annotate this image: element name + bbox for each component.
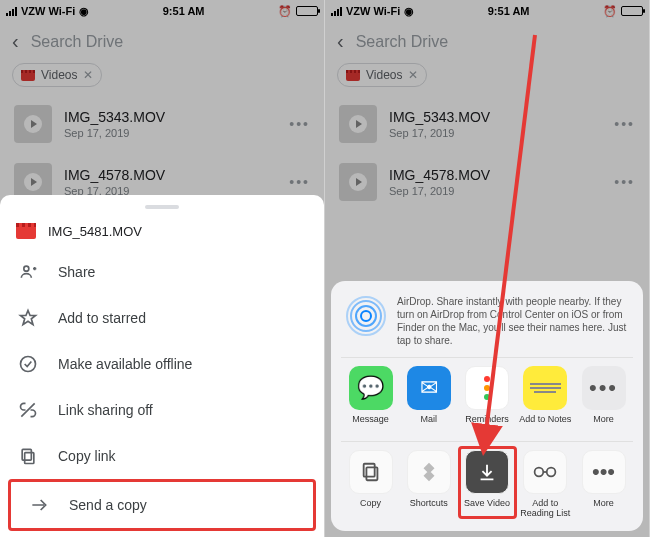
svg-point-4: [361, 311, 371, 321]
glasses-icon: [523, 450, 567, 494]
svg-rect-8: [366, 467, 377, 480]
airdrop-text: AirDrop. Share instantly with people nea…: [397, 295, 629, 347]
app-message[interactable]: 💬 Message: [343, 366, 398, 433]
link-off-icon: [18, 400, 38, 420]
action-shortcuts[interactable]: Shortcuts: [401, 450, 456, 517]
person-add-icon: [18, 262, 38, 282]
sheet-grabber[interactable]: [145, 205, 179, 209]
app-notes[interactable]: Add to Notes: [518, 366, 573, 433]
app-more[interactable]: ••• More: [576, 366, 631, 433]
send-icon: [29, 495, 49, 515]
bottom-sheet: IMG_5481.MOV Share Add to starred Make a…: [0, 195, 324, 537]
check-circle-icon: [18, 354, 38, 374]
svg-point-7: [347, 297, 385, 335]
action-star[interactable]: Add to starred: [0, 295, 324, 341]
action-link-off[interactable]: Link sharing off: [0, 387, 324, 433]
notes-icon: [523, 366, 567, 410]
action-offline[interactable]: Make available offline: [0, 341, 324, 387]
phone-right: VZW Wi-Fi ◉ 9:51 AM ⏰ ‹ Search Drive Vid…: [325, 0, 650, 537]
airdrop-icon[interactable]: [345, 295, 387, 337]
action-more[interactable]: ••• More: [576, 450, 631, 517]
phone-left: VZW Wi-Fi ◉ 9:51 AM ⏰ ‹ Search Drive Vid…: [0, 0, 325, 537]
action-send-copy[interactable]: Send a copy: [8, 479, 316, 531]
more-icon: •••: [582, 450, 626, 494]
svg-point-10: [535, 468, 544, 477]
svg-point-1: [21, 357, 36, 372]
action-share[interactable]: Share: [0, 249, 324, 295]
action-copy[interactable]: Copy: [343, 450, 398, 517]
svg-point-5: [356, 306, 376, 326]
svg-rect-3: [22, 449, 31, 460]
sheet-filename: IMG_5481.MOV: [48, 224, 142, 239]
message-icon: 💬: [349, 366, 393, 410]
action-copy-link[interactable]: Copy link: [0, 433, 324, 479]
action-reading-list[interactable]: Add to Reading List: [518, 450, 573, 517]
action-save-video[interactable]: Save Video: [460, 450, 515, 517]
app-mail[interactable]: ✉ Mail: [401, 366, 456, 433]
app-reminders[interactable]: Reminders: [460, 366, 515, 433]
copy-icon: [349, 450, 393, 494]
svg-point-0: [24, 266, 29, 271]
mail-icon: ✉: [407, 366, 451, 410]
shortcuts-icon: [407, 450, 451, 494]
svg-rect-2: [25, 453, 34, 464]
share-apps-row: 💬 Message ✉ Mail Reminders: [341, 357, 633, 441]
share-actions-row: Copy Shortcuts Save Video Add to Readi: [341, 441, 633, 525]
highlight-save-video: [458, 446, 517, 519]
svg-rect-9: [363, 464, 374, 477]
copy-icon: [18, 446, 38, 466]
more-icon: •••: [582, 366, 626, 410]
star-icon: [18, 308, 38, 328]
svg-point-11: [547, 468, 556, 477]
reminders-icon: [465, 366, 509, 410]
clapper-icon: [16, 223, 36, 239]
ios-share-sheet: AirDrop. Share instantly with people nea…: [331, 281, 643, 531]
